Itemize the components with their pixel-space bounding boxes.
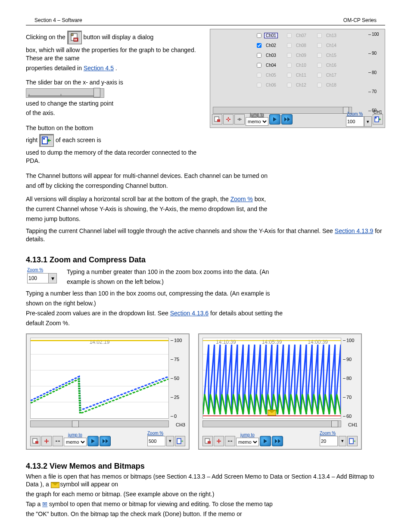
chart-left-properties-button[interactable] [30,436,40,446]
fit-button[interactable] [234,114,245,124]
chart-left-pan-button[interactable] [41,436,52,446]
chart-right-zoom-dd[interactable]: ▾ [339,436,346,446]
channel-ch02[interactable]: Ch02 [255,42,281,49]
chart-right-fit-button[interactable] [225,436,235,446]
chart-left-hscroll[interactable] [30,420,169,427]
dump-note-2: right of each screen is [26,134,201,147]
channel-checkbox-ch07 [287,33,292,38]
intro-line3: properties detailed in Section 4.5 . [26,64,201,72]
dump-note-1: The button on the bottom [26,124,201,132]
pan-button[interactable] [223,114,234,124]
channel-label-ch09: Ch09 [294,53,308,58]
zoom-widget-dropdown[interactable]: ▾ [49,273,57,283]
channel-label-ch14: Ch14 [324,43,338,48]
svg-rect-13 [35,441,38,444]
properties-icon[interactable] [67,31,82,44]
chart-right-plot [203,338,341,418]
channel-label-ch10: Ch10 [294,62,308,68]
chart-right-jump-select[interactable]: memo [236,438,259,446]
zoom-dropdown[interactable]: ▾ [364,116,372,127]
chart-left-plot [31,338,168,418]
heading-4-13-2: 4.13.2 View Memos and Bitmaps [26,462,385,471]
channel-ch11: Ch11 [285,72,311,79]
section-4-13-9-link[interactable]: Section 4.13.9 [335,227,374,234]
jump-next-button[interactable] [281,114,293,124]
chart-right-pan-button[interactable] [214,436,224,446]
channel-ch04[interactable]: Ch04 [255,62,281,69]
y-scale: 100 90 80 70 60 [368,32,383,113]
section-4-13-6-link[interactable]: Section 4.13.6 [170,310,209,317]
channel-legend-panel: Ch01Ch07Ch13Ch02Ch08Ch14Ch03Ch09Ch15Ch04… [210,29,385,128]
chart-right-zoom-input[interactable] [320,436,338,446]
zoom-widget-input[interactable] [27,273,49,283]
zoom-input[interactable] [346,116,364,127]
panel-dump-button[interactable] [373,114,383,124]
chart-right-channel[interactable]: CH1 [348,422,358,427]
chart-right-next-button[interactable] [272,436,283,446]
channel-checkbox-ch01[interactable] [257,33,262,38]
channel-ch08: Ch08 [285,42,311,49]
svg-rect-14 [177,439,181,444]
chart-right-dump-button[interactable] [347,436,358,446]
channel-checkbox-ch03[interactable] [257,53,262,58]
chart-left-channel[interactable]: CH3 [176,422,185,427]
page-header: Section 4 – Software OM-CP Series [26,17,385,24]
channel-label-ch16: Ch16 [324,62,338,68]
memo-envelope-icon [51,482,59,488]
channel-checkbox-ch18 [317,83,322,87]
jump-prev-button[interactable] [269,114,280,124]
chart-left-fit-button[interactable] [53,436,63,446]
chart-right-properties-button[interactable] [202,436,213,446]
jump-to-label: jump to [250,112,264,117]
properties-button[interactable] [212,114,222,124]
chart-left-prev-button[interactable] [87,436,99,446]
heading-4-13-1: 4.13.1 Zoom and Compress Data [26,255,385,264]
channel-label-ch17: Ch17 [324,72,338,78]
channel-label-ch04: Ch04 [264,62,278,68]
jump-to-select[interactable]: memo [246,117,268,126]
channel-label-ch03: Ch03 [264,53,278,58]
channel-ch18: Ch18 [315,81,341,89]
channel-checkbox-ch13 [317,33,322,38]
channel-checkbox-ch16 [317,63,322,68]
channel-checkbox-ch11 [287,73,292,78]
chart-zoom-20: 14:10:39 14:05:39 14:00:39 100 90 80 70 … [198,333,362,450]
memo-marker-icon[interactable] [268,410,276,416]
chart-left-jump-select[interactable]: memo [64,438,87,446]
channel-label-ch13: Ch13 [324,33,338,38]
chart-left-dump-button[interactable] [175,436,185,446]
chart-left-zoom-dd[interactable]: ▾ [166,436,174,446]
channel-checkbox-ch02[interactable] [257,43,262,48]
dump-memory-icon[interactable] [39,134,54,147]
slider-note-2: used to change the starting point [26,100,201,108]
channels-note-a: The Channel buttons will appear for mult… [26,172,385,180]
memo-symbol-link[interactable]: ✉ [42,501,47,507]
channel-checkbox-ch06 [257,83,262,87]
channel-checkbox-ch08 [287,43,292,48]
chart-zoom-500: 14:02:19 100 75 50 25 0 CH3 [26,333,190,450]
channel-ch01[interactable]: Ch01 [255,32,281,39]
channel-label-ch08: Ch08 [294,43,308,48]
chart-right-prev-button[interactable] [260,436,271,446]
chart-left-next-button[interactable] [100,436,111,446]
channel-ch12: Ch12 [285,81,311,89]
chart-right-yscale: 100 90 80 70 60 [343,338,357,419]
channel-ch03[interactable]: Ch03 [255,52,281,59]
intro-line: Clicking on the button will display a di… [26,31,201,44]
channel-label-ch11: Ch11 [294,72,308,78]
section-4-5-link[interactable]: Section 4.5 [84,65,114,72]
chart-left-zoom-input[interactable] [147,436,165,446]
channel-checkbox-ch04[interactable] [257,63,262,68]
chart-right-hscroll[interactable] [202,420,341,427]
memo-p1: When a file is open that has memos or bi… [26,473,385,489]
svg-rect-5 [43,138,45,140]
svg-rect-18 [208,441,211,444]
slider-note-1: The slider bar on the x- and y-axis is [26,78,201,87]
zoom-pct-link[interactable]: Zoom % [230,196,253,202]
channel-ch17: Ch17 [315,72,341,79]
channel-checkbox-ch12 [287,83,292,87]
axis-slider[interactable] [26,88,104,98]
channel-ch14: Ch14 [315,42,341,49]
channel-checkbox-ch15 [317,53,322,58]
svg-rect-7 [217,119,220,122]
